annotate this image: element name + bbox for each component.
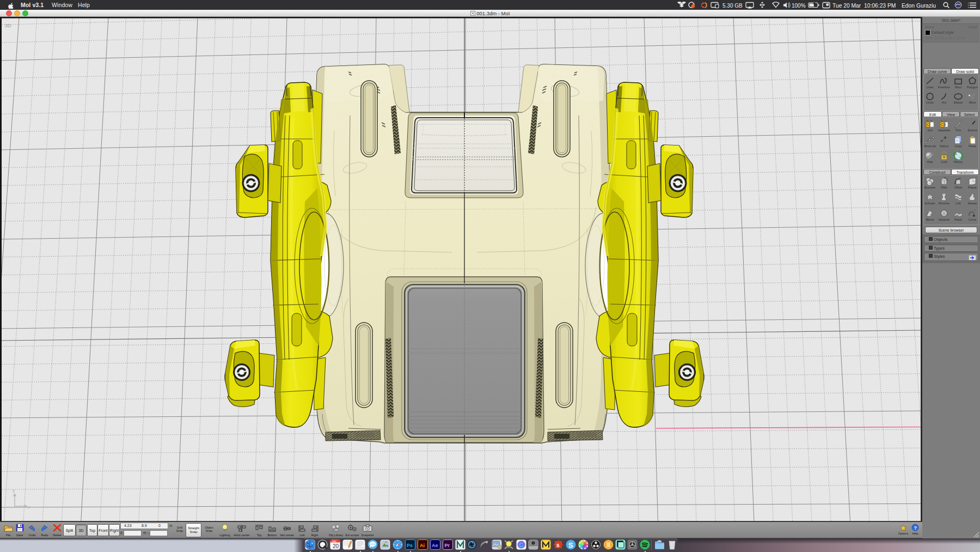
svg-text:Ai: Ai bbox=[420, 543, 425, 548]
svg-text:3D: 3D bbox=[5, 23, 11, 28]
svg-text:s: s bbox=[556, 542, 560, 548]
svg-text:x: x bbox=[28, 505, 30, 509]
svg-text:Ps: Ps bbox=[407, 543, 413, 548]
svg-text:100%: 100% bbox=[792, 3, 806, 9]
svg-text:20: 20 bbox=[333, 543, 339, 549]
svg-text:C: C bbox=[941, 123, 944, 126]
svg-text:5.30 GB: 5.30 GB bbox=[722, 3, 743, 9]
svg-text:Ae: Ae bbox=[432, 543, 438, 548]
svg-text:MAR: MAR bbox=[332, 541, 336, 543]
svg-text:S: S bbox=[568, 541, 573, 549]
svg-text:Edon Guraziu: Edon Guraziu bbox=[902, 3, 936, 9]
svg-text:C: C bbox=[519, 542, 523, 548]
svg-text:?: ? bbox=[914, 525, 917, 531]
svg-text:10:06:23 PM: 10:06:23 PM bbox=[864, 3, 896, 9]
svg-text:Pr: Pr bbox=[444, 543, 450, 548]
svg-text:y: y bbox=[13, 488, 15, 493]
svg-text:Tue 20 Mar: Tue 20 Mar bbox=[832, 3, 861, 9]
svg-text:C: C bbox=[927, 123, 929, 126]
